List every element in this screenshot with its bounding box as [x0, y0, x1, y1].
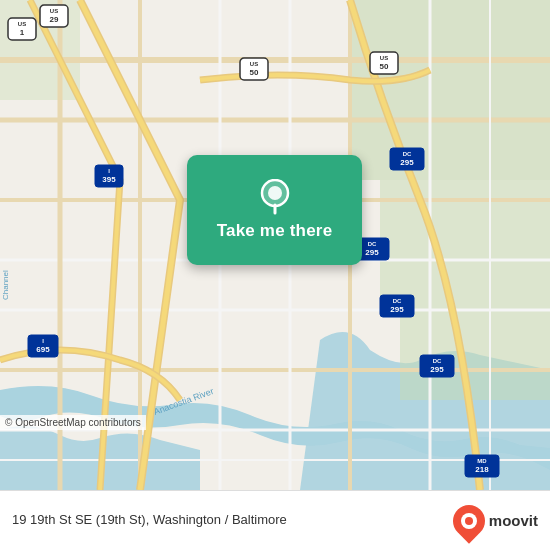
- moovit-text: moovit: [489, 512, 538, 529]
- moovit-icon-dot: [465, 517, 473, 525]
- svg-text:50: 50: [380, 62, 389, 71]
- svg-text:50: 50: [250, 68, 259, 77]
- moovit-logo: moovit: [453, 505, 538, 537]
- map-attribution: © OpenStreetMap contributors: [0, 415, 146, 430]
- svg-text:295: 295: [390, 305, 404, 314]
- svg-text:US: US: [18, 21, 26, 27]
- bottom-bar: 19 19th St SE (19th St), Washington / Ba…: [0, 490, 550, 550]
- svg-text:695: 695: [36, 345, 50, 354]
- svg-text:DC: DC: [403, 151, 412, 157]
- take-me-there-button[interactable]: Take me there: [187, 155, 362, 265]
- svg-rect-4: [400, 300, 550, 400]
- map-container: US 1 US 29 US 50 US 50 I 395 DC 295 DC 2…: [0, 0, 550, 490]
- svg-text:295: 295: [430, 365, 444, 374]
- moovit-icon-inner: [461, 513, 477, 529]
- svg-point-56: [268, 186, 282, 200]
- svg-text:1: 1: [20, 28, 25, 37]
- svg-text:MD: MD: [477, 458, 487, 464]
- address-text: 19 19th St SE (19th St), Washington / Ba…: [12, 512, 443, 529]
- svg-text:DC: DC: [368, 241, 377, 247]
- svg-text:295: 295: [365, 248, 379, 257]
- take-me-there-label: Take me there: [217, 221, 333, 241]
- svg-text:29: 29: [50, 15, 59, 24]
- location-pin-icon: [257, 179, 293, 215]
- svg-text:US: US: [380, 55, 388, 61]
- moovit-icon: [446, 498, 491, 543]
- svg-text:395: 395: [102, 175, 116, 184]
- svg-text:US: US: [50, 8, 58, 14]
- svg-text:DC: DC: [433, 358, 442, 364]
- svg-text:295: 295: [400, 158, 414, 167]
- svg-text:Channel: Channel: [1, 270, 10, 300]
- svg-text:DC: DC: [393, 298, 402, 304]
- svg-text:US: US: [250, 61, 258, 67]
- svg-text:218: 218: [475, 465, 489, 474]
